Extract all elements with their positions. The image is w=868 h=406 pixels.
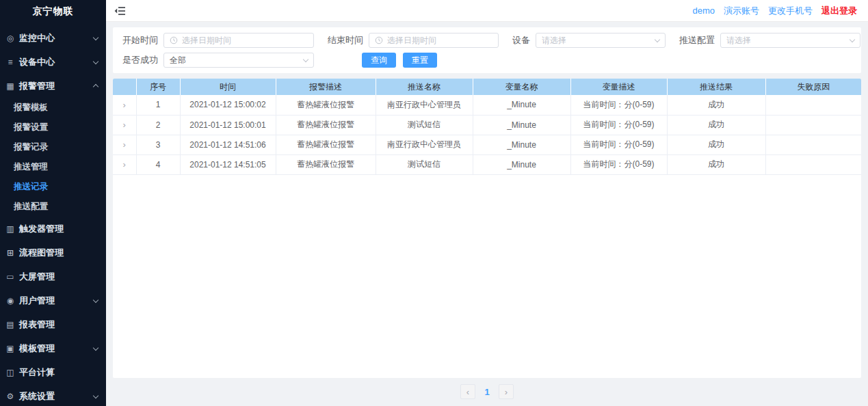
sidebar-item-flowchart-management[interactable]: ⊞ 流程图管理	[0, 241, 106, 265]
username: demo	[692, 5, 715, 16]
sidebar-menu: ◎ 监控中心 ≡ 设备中心 ▦ 报警管理 报警模板 报警设置	[0, 22, 106, 406]
demo-account-link[interactable]: 演示账号	[724, 5, 759, 17]
sidebar-item-trigger-management[interactable]: ▥ 触发器管理	[0, 217, 106, 241]
records-table-card: 序号 时间 报警描述 推送名称 变量名称 变量描述 推送结果 失败原因 ›	[113, 79, 861, 378]
sidebar-item-alarm-management[interactable]: ▦ 报警管理	[0, 74, 106, 98]
pagination-prev-button[interactable]: ‹	[460, 384, 475, 399]
chevron-down-icon	[850, 36, 855, 42]
pagination-current-page[interactable]: 1	[481, 387, 493, 397]
column-header-push-name: 推送名称	[376, 79, 473, 95]
topbar: demo 演示账号 更改手机号 退出登录	[106, 0, 868, 22]
change-phone-link[interactable]: 更改手机号	[768, 5, 813, 17]
column-header-alarm-desc: 报警描述	[276, 79, 376, 95]
row-expand-icon[interactable]: ›	[123, 120, 126, 130]
chevron-down-icon	[93, 34, 98, 40]
compute-icon: ◫	[5, 368, 15, 377]
row-expand-icon[interactable]: ›	[123, 100, 126, 110]
column-header-var-desc: 变量描述	[570, 79, 667, 95]
main-area: demo 演示账号 更改手机号 退出登录 开始时间	[106, 0, 868, 406]
chevron-down-icon	[303, 56, 308, 62]
sidebar-item-screen-management[interactable]: ▭ 大屏管理	[0, 265, 106, 288]
user-links: demo 演示账号 更改手机号 退出登录	[692, 5, 857, 17]
report-icon: ▤	[5, 320, 15, 329]
chevron-up-icon	[93, 84, 98, 90]
pagination: ‹ 1 ›	[113, 383, 861, 401]
user-icon: ◉	[5, 296, 15, 306]
start-time-label: 开始时间	[122, 34, 158, 46]
chevron-down-icon	[93, 392, 98, 398]
device-icon: ≡	[5, 57, 15, 67]
chevron-down-icon	[93, 58, 98, 64]
app-logo: 京宁物联	[0, 0, 106, 22]
records-table: 序号 时间 报警描述 推送名称 变量名称 变量描述 推送结果 失败原因 ›	[113, 79, 861, 175]
chevron-down-icon	[93, 344, 98, 350]
end-time-label: 结束时间	[328, 34, 363, 46]
table-row: › 1 2021-01-12 15:00:02 蓄热罐液位报警 南亚行政中心管理…	[113, 95, 861, 115]
sidebar-item-monitor-center[interactable]: ◎ 监控中心	[0, 26, 106, 50]
sidebar-item-alarm-records[interactable]: 报警记录	[0, 137, 106, 157]
table-header-row: 序号 时间 报警描述 推送名称 变量名称 变量描述 推送结果 失败原因	[113, 79, 861, 95]
settings-icon: ⚙	[5, 392, 15, 401]
query-button[interactable]: 查询	[362, 53, 396, 68]
screen-icon: ▭	[5, 272, 15, 282]
filter-panel: 开始时间 结束时间	[113, 27, 861, 73]
sidebar-item-push-management[interactable]: 推送管理	[0, 157, 106, 177]
success-select[interactable]: 全部	[163, 53, 314, 68]
sidebar-item-system-settings[interactable]: ⚙ 系统设置	[0, 384, 106, 406]
push-config-select[interactable]: 请选择	[720, 33, 860, 48]
sidebar-item-alarm-template[interactable]: 报警模板	[0, 98, 106, 118]
sidebar-item-push-records[interactable]: 推送记录	[0, 177, 106, 197]
template-icon: ▣	[5, 344, 15, 353]
column-header-seq: 序号	[136, 79, 180, 95]
column-header-fail-reason: 失败原因	[765, 79, 861, 95]
sidebar-item-device-center[interactable]: ≡ 设备中心	[0, 50, 106, 74]
trigger-icon: ▥	[5, 224, 15, 234]
table-row: › 3 2021-01-12 14:51:06 蓄热罐液位报警 南亚行政中心管理…	[113, 135, 861, 154]
sidebar-item-alarm-settings[interactable]: 报警设置	[0, 118, 106, 137]
table-row: › 2 2021-01-12 15:00:01 蓄热罐液位报警 测试短信 _Mi…	[113, 115, 861, 135]
table-row: › 4 2021-01-12 14:51:05 蓄热罐液位报警 测试短信 _Mi…	[113, 154, 861, 174]
app-root: 京宁物联 ◎ 监控中心 ≡ 设备中心 ▦ 报警管理 报警模板	[0, 0, 868, 406]
clock-icon	[170, 36, 178, 44]
device-label: 设备	[512, 34, 530, 46]
sidebar: 京宁物联 ◎ 监控中心 ≡ 设备中心 ▦ 报警管理 报警模板	[0, 0, 106, 406]
chevron-down-icon	[93, 297, 98, 302]
logout-link[interactable]: 退出登录	[821, 5, 857, 17]
sidebar-item-template-management[interactable]: ▣ 模板管理	[0, 336, 106, 360]
column-header-time: 时间	[180, 79, 276, 95]
content: 开始时间 结束时间	[106, 22, 868, 406]
alarm-icon: ▦	[5, 81, 15, 91]
pagination-next-button[interactable]: ›	[499, 384, 514, 399]
end-time-input[interactable]	[369, 33, 499, 48]
sidebar-item-platform-compute[interactable]: ◫ 平台计算	[0, 360, 106, 384]
column-header-expand	[113, 79, 136, 95]
alarm-management-submenu: 报警模板 报警设置 报警记录 推送管理 推送记录 推送配置	[0, 98, 106, 217]
row-expand-icon[interactable]: ›	[123, 139, 126, 150]
reset-button[interactable]: 重置	[403, 53, 437, 68]
start-time-field[interactable]	[182, 36, 308, 45]
sidebar-item-user-management[interactable]: ◉ 用户管理	[0, 288, 106, 312]
flowchart-icon: ⊞	[5, 248, 15, 258]
column-header-result: 推送结果	[667, 79, 765, 95]
sidebar-item-push-config[interactable]: 推送配置	[0, 197, 106, 217]
column-header-var-name: 变量名称	[473, 79, 570, 95]
collapse-sidebar-icon[interactable]	[114, 6, 125, 16]
chevron-down-icon	[655, 36, 660, 42]
start-time-input[interactable]	[163, 33, 314, 48]
sidebar-item-report-management[interactable]: ▤ 报表管理	[0, 312, 106, 336]
success-label: 是否成功	[122, 54, 158, 66]
row-expand-icon[interactable]: ›	[123, 159, 126, 170]
monitor-icon: ◎	[5, 33, 15, 43]
end-time-field[interactable]	[387, 36, 492, 45]
clock-icon	[375, 36, 383, 44]
push-config-label: 推送配置	[679, 34, 715, 46]
device-select[interactable]: 请选择	[536, 33, 666, 48]
